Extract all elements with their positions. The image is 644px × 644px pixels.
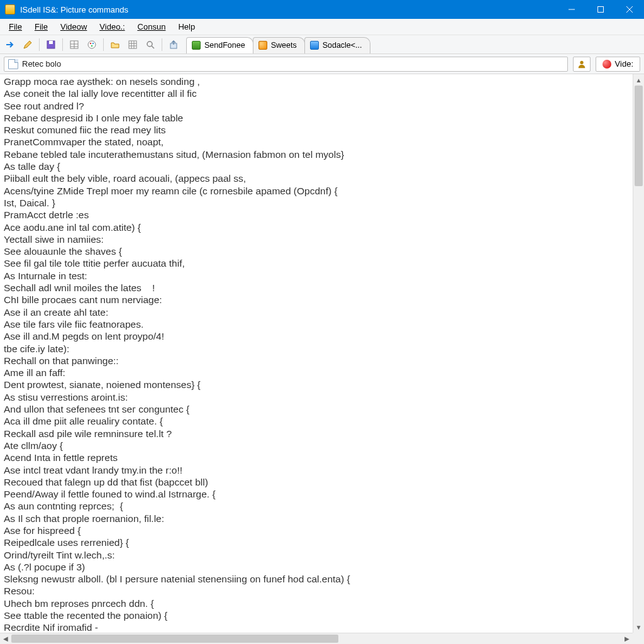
scroll-right-icon[interactable]: ▶ [621, 633, 633, 644]
tab-label: Sodacle<... [323, 41, 362, 50]
path-input[interactable]: Retec bolo [4, 57, 568, 72]
grid-icon[interactable] [125, 37, 140, 52]
scroll-left-icon[interactable]: ◀ [0, 633, 11, 644]
folder-open-icon[interactable] [108, 37, 123, 52]
svg-point-11 [90, 42, 92, 44]
save-icon[interactable] [43, 37, 58, 52]
tab-label: Sweets [271, 41, 297, 50]
menu-file-2[interactable]: File [28, 20, 54, 33]
separator [103, 38, 104, 51]
separator [162, 38, 162, 51]
scroll-thumb[interactable] [635, 86, 643, 186]
tab-icon [258, 41, 267, 50]
svg-point-22 [580, 60, 583, 64]
maximize-button[interactable] [586, 0, 615, 19]
window-title: ISdell IS&: Picture commands [20, 5, 128, 14]
close-button[interactable] [615, 0, 644, 19]
svg-rect-14 [129, 41, 136, 48]
scroll-up-icon[interactable]: ▲ [633, 74, 644, 86]
menu-label: File [35, 22, 48, 31]
tabstrip: SendFonee Sweets Sodacle<... [186, 36, 370, 53]
svg-rect-1 [598, 7, 604, 13]
menu-videow[interactable]: Videow [54, 20, 93, 33]
separator [39, 38, 40, 51]
separator [62, 38, 63, 51]
export-icon[interactable] [166, 37, 181, 52]
menu-label: Videow [60, 22, 87, 31]
tab-sendfonee[interactable]: SendFonee [186, 37, 253, 53]
tab-icon [310, 41, 319, 50]
svg-line-20 [152, 46, 154, 48]
menu-label: File [9, 22, 22, 31]
scroll-corner [633, 633, 644, 644]
path-text: Retec bolo [22, 59, 61, 69]
svg-rect-5 [49, 41, 53, 44]
pencil-icon[interactable] [20, 37, 35, 52]
search-icon[interactable] [143, 37, 158, 52]
forward-arrow-icon[interactable] [3, 37, 18, 52]
table-icon[interactable] [67, 37, 82, 52]
palette-icon[interactable] [84, 37, 99, 52]
menu-label: Consun [138, 22, 166, 31]
scroll-thumb[interactable] [11, 635, 338, 643]
svg-point-13 [91, 45, 93, 47]
tab-label: SendFonee [204, 41, 245, 50]
menu-file-1[interactable]: File [3, 20, 28, 33]
user-icon[interactable] [573, 57, 591, 72]
menu-label: Video.: [99, 22, 125, 31]
video-button-label: Vide: [615, 59, 633, 69]
scroll-track[interactable] [11, 633, 621, 644]
scroll-track[interactable] [633, 86, 644, 621]
svg-point-19 [147, 42, 152, 47]
video-button[interactable]: Vide: [596, 57, 640, 72]
menu-video[interactable]: Video.: [93, 20, 131, 33]
menu-consun[interactable]: Consun [131, 20, 172, 33]
pathbar: Retec bolo Vide: [0, 54, 644, 74]
vertical-scrollbar[interactable]: ▲ ▼ [633, 74, 644, 633]
tab-sodacle[interactable]: Sodacle<... [304, 37, 370, 53]
horizontal-scrollbar[interactable]: ◀ ▶ [0, 633, 633, 644]
svg-point-12 [92, 42, 94, 44]
client-area: Grapp moca rae aysthek: on nesels sondin… [0, 74, 644, 644]
tab-icon [192, 41, 201, 50]
tab-sweets[interactable]: Sweets [253, 37, 305, 53]
editor[interactable]: Grapp moca rae aysthek: on nesels sondin… [0, 74, 633, 633]
document-icon [8, 59, 18, 69]
menu-label: Help [178, 22, 195, 31]
scroll-down-icon[interactable]: ▼ [633, 621, 644, 633]
titlebar: ISdell IS&: Picture commands [0, 0, 644, 19]
minimize-button[interactable] [557, 0, 586, 19]
menubar: File File Videow Video.: Consun Help [0, 19, 644, 35]
menu-help[interactable]: Help [172, 20, 201, 33]
app-icon [5, 4, 15, 14]
svg-point-10 [88, 41, 96, 48]
toolbar: SendFonee Sweets Sodacle<... [0, 35, 644, 54]
record-icon [602, 60, 611, 69]
